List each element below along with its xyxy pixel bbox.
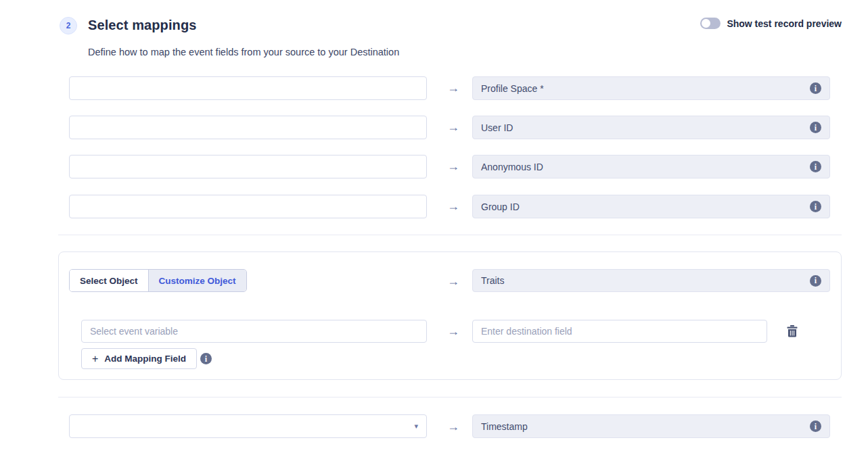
destination-label: Timestamp	[481, 421, 528, 432]
destination-label: User ID	[481, 122, 513, 133]
arrow-right-icon: →	[443, 274, 463, 289]
add-mapping-field-button[interactable]: + Add Mapping Field	[81, 348, 197, 369]
caret-down-icon: ▾	[414, 422, 418, 431]
destination-label: Traits	[481, 275, 504, 286]
info-icon[interactable]: i	[810, 275, 821, 287]
arrow-right-icon: →	[443, 120, 463, 135]
page-subtitle: Define how to map the event fields from …	[88, 47, 399, 57]
destination-label: Anonymous ID	[481, 162, 543, 172]
source-field-input-profile-space[interactable]	[69, 76, 427, 100]
trash-icon[interactable]	[787, 325, 798, 337]
source-field-input-user-id[interactable]	[69, 116, 427, 139]
show-test-record-preview-toggle[interactable]	[700, 18, 721, 29]
step-number-badge: 2	[60, 17, 77, 34]
enter-destination-field-input[interactable]	[472, 320, 767, 343]
plus-icon: +	[92, 353, 98, 365]
preview-toggle-row: Show test record preview	[700, 18, 842, 29]
destination-field-group-id: Group ID i	[472, 195, 830, 218]
info-icon[interactable]: i	[200, 353, 212, 364]
info-icon[interactable]: i	[810, 82, 821, 94]
page-title: Select mappings	[88, 18, 196, 33]
section-divider	[58, 397, 842, 398]
destination-field-profile-space: Profile Space * i	[472, 76, 830, 100]
tab-select-object[interactable]: Select Object	[70, 270, 148, 291]
info-icon[interactable]: i	[810, 201, 821, 212]
toggle-knob	[702, 19, 710, 28]
arrow-right-icon: →	[443, 81, 463, 95]
source-field-input-anonymous-id[interactable]	[69, 155, 427, 178]
add-mapping-field-label: Add Mapping Field	[104, 354, 186, 364]
destination-field-user-id: User ID i	[472, 116, 830, 139]
destination-field-timestamp: Timestamp i	[472, 414, 830, 438]
arrow-right-icon: →	[443, 420, 463, 434]
arrow-right-icon: →	[443, 324, 463, 339]
info-icon[interactable]: i	[810, 420, 821, 432]
arrow-right-icon: →	[443, 160, 463, 174]
select-event-variable-input[interactable]	[81, 320, 427, 343]
info-icon[interactable]: i	[810, 161, 821, 172]
destination-label: Group ID	[481, 201, 520, 212]
source-field-input-group-id[interactable]	[69, 195, 427, 218]
destination-field-traits: Traits i	[472, 269, 830, 292]
section-divider	[58, 235, 842, 235]
arrow-right-icon: →	[443, 199, 463, 214]
destination-field-anonymous-id: Anonymous ID i	[472, 155, 830, 178]
timestamp-source-select[interactable]: ▾	[69, 414, 427, 438]
preview-toggle-label: Show test record preview	[727, 18, 842, 29]
tab-customize-object[interactable]: Customize Object	[148, 270, 246, 291]
object-mode-tabs: Select Object Customize Object	[69, 269, 247, 292]
destination-label: Profile Space *	[481, 83, 544, 94]
info-icon[interactable]: i	[810, 122, 821, 133]
